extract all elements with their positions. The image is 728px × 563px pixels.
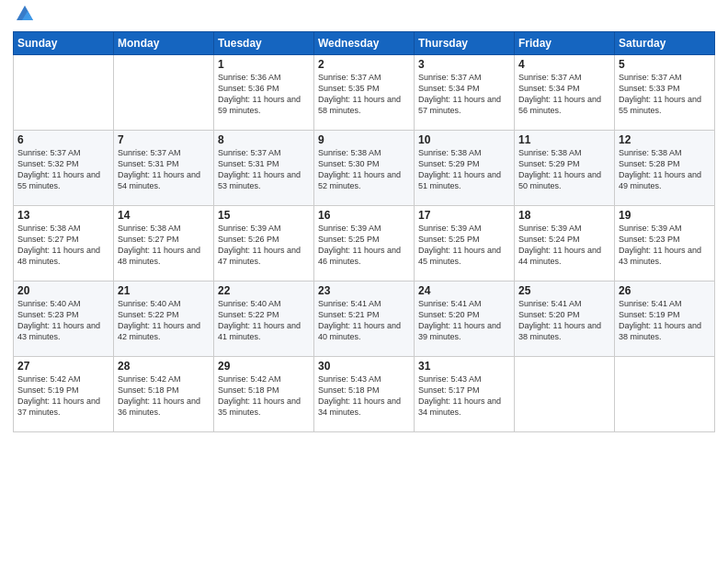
- day-number: 20: [17, 284, 109, 297]
- calendar-cell: 15Sunrise: 5:39 AM Sunset: 5:26 PM Dayli…: [214, 205, 314, 281]
- calendar-cell: 7Sunrise: 5:37 AM Sunset: 5:31 PM Daylig…: [114, 130, 214, 205]
- day-content: Sunrise: 5:36 AM Sunset: 5:36 PM Dayligh…: [218, 72, 310, 117]
- day-number: 4: [518, 58, 610, 71]
- day-content: Sunrise: 5:38 AM Sunset: 5:30 PM Dayligh…: [318, 147, 410, 192]
- day-content: Sunrise: 5:40 AM Sunset: 5:22 PM Dayligh…: [118, 298, 210, 343]
- calendar-cell: 1Sunrise: 5:36 AM Sunset: 5:36 PM Daylig…: [214, 54, 314, 130]
- day-content: Sunrise: 5:37 AM Sunset: 5:32 PM Dayligh…: [17, 147, 109, 192]
- day-number: 2: [318, 58, 410, 71]
- calendar-cell: 17Sunrise: 5:39 AM Sunset: 5:25 PM Dayli…: [415, 205, 515, 281]
- day-content: Sunrise: 5:41 AM Sunset: 5:21 PM Dayligh…: [318, 298, 410, 343]
- day-content: Sunrise: 5:38 AM Sunset: 5:27 PM Dayligh…: [118, 223, 210, 268]
- calendar-cell: 29Sunrise: 5:42 AM Sunset: 5:18 PM Dayli…: [214, 356, 314, 431]
- day-content: Sunrise: 5:38 AM Sunset: 5:27 PM Dayligh…: [17, 223, 109, 268]
- day-number: 9: [318, 133, 410, 146]
- calendar-header: SundayMondayTuesdayWednesdayThursdayFrid…: [14, 31, 715, 54]
- day-number: 19: [619, 209, 711, 222]
- day-number: 11: [518, 133, 610, 146]
- days-of-week-row: SundayMondayTuesdayWednesdayThursdayFrid…: [14, 31, 715, 54]
- day-content: Sunrise: 5:38 AM Sunset: 5:29 PM Dayligh…: [418, 147, 510, 192]
- calendar-cell: 18Sunrise: 5:39 AM Sunset: 5:24 PM Dayli…: [515, 205, 615, 281]
- day-number: 1: [218, 58, 310, 71]
- day-header-wednesday: Wednesday: [314, 31, 415, 54]
- day-content: Sunrise: 5:43 AM Sunset: 5:17 PM Dayligh…: [418, 373, 510, 419]
- week-row-1: 1Sunrise: 5:36 AM Sunset: 5:36 PM Daylig…: [14, 54, 715, 130]
- day-number: 26: [619, 284, 711, 297]
- calendar-cell: 10Sunrise: 5:38 AM Sunset: 5:29 PM Dayli…: [415, 130, 515, 205]
- day-number: 6: [17, 133, 109, 146]
- day-content: Sunrise: 5:41 AM Sunset: 5:20 PM Dayligh…: [418, 298, 510, 343]
- calendar-cell: 23Sunrise: 5:41 AM Sunset: 5:21 PM Dayli…: [314, 281, 415, 356]
- calendar-cell: 8Sunrise: 5:37 AM Sunset: 5:31 PM Daylig…: [214, 130, 314, 205]
- day-content: Sunrise: 5:42 AM Sunset: 5:18 PM Dayligh…: [218, 373, 310, 419]
- day-header-saturday: Saturday: [615, 31, 715, 54]
- day-content: Sunrise: 5:37 AM Sunset: 5:35 PM Dayligh…: [318, 72, 410, 117]
- day-content: Sunrise: 5:37 AM Sunset: 5:31 PM Dayligh…: [118, 147, 210, 192]
- day-content: Sunrise: 5:41 AM Sunset: 5:20 PM Dayligh…: [518, 298, 610, 343]
- day-content: Sunrise: 5:40 AM Sunset: 5:23 PM Dayligh…: [17, 298, 109, 343]
- day-content: Sunrise: 5:41 AM Sunset: 5:19 PM Dayligh…: [619, 298, 711, 343]
- calendar-cell: [615, 356, 715, 431]
- calendar-cell: 14Sunrise: 5:38 AM Sunset: 5:27 PM Dayli…: [114, 205, 214, 281]
- day-number: 14: [118, 209, 210, 222]
- calendar-cell: 19Sunrise: 5:39 AM Sunset: 5:23 PM Dayli…: [615, 205, 715, 281]
- week-row-5: 27Sunrise: 5:42 AM Sunset: 5:19 PM Dayli…: [14, 356, 715, 431]
- day-number: 25: [518, 284, 610, 297]
- calendar-cell: [114, 54, 214, 130]
- logo-icon: [15, 4, 35, 24]
- calendar-cell: 3Sunrise: 5:37 AM Sunset: 5:34 PM Daylig…: [415, 54, 515, 130]
- day-header-friday: Friday: [515, 31, 615, 54]
- day-number: 7: [118, 133, 210, 146]
- day-header-monday: Monday: [114, 31, 214, 54]
- day-number: 27: [17, 360, 109, 373]
- day-content: Sunrise: 5:42 AM Sunset: 5:19 PM Dayligh…: [17, 373, 109, 419]
- day-number: 8: [218, 133, 310, 146]
- calendar-cell: 30Sunrise: 5:43 AM Sunset: 5:18 PM Dayli…: [314, 356, 415, 431]
- day-content: Sunrise: 5:40 AM Sunset: 5:22 PM Dayligh…: [218, 298, 310, 343]
- day-number: 5: [619, 58, 711, 71]
- day-content: Sunrise: 5:37 AM Sunset: 5:31 PM Dayligh…: [218, 147, 310, 192]
- day-content: Sunrise: 5:37 AM Sunset: 5:33 PM Dayligh…: [619, 72, 711, 117]
- calendar-body: 1Sunrise: 5:36 AM Sunset: 5:36 PM Daylig…: [14, 54, 715, 431]
- header: [13, 9, 715, 28]
- calendar-cell: 31Sunrise: 5:43 AM Sunset: 5:17 PM Dayli…: [415, 356, 515, 431]
- day-content: Sunrise: 5:43 AM Sunset: 5:18 PM Dayligh…: [318, 373, 410, 419]
- calendar-cell: [14, 54, 114, 130]
- day-content: Sunrise: 5:38 AM Sunset: 5:28 PM Dayligh…: [619, 147, 711, 192]
- day-header-tuesday: Tuesday: [214, 31, 314, 54]
- day-header-thursday: Thursday: [415, 31, 515, 54]
- calendar-cell: 13Sunrise: 5:38 AM Sunset: 5:27 PM Dayli…: [14, 205, 114, 281]
- week-row-3: 13Sunrise: 5:38 AM Sunset: 5:27 PM Dayli…: [14, 205, 715, 281]
- day-content: Sunrise: 5:39 AM Sunset: 5:25 PM Dayligh…: [418, 223, 510, 268]
- day-content: Sunrise: 5:39 AM Sunset: 5:25 PM Dayligh…: [318, 223, 410, 268]
- day-number: 28: [118, 360, 210, 373]
- calendar-cell: 9Sunrise: 5:38 AM Sunset: 5:30 PM Daylig…: [314, 130, 415, 205]
- calendar-cell: 26Sunrise: 5:41 AM Sunset: 5:19 PM Dayli…: [615, 281, 715, 356]
- day-number: 15: [218, 209, 310, 222]
- calendar-cell: 6Sunrise: 5:37 AM Sunset: 5:32 PM Daylig…: [14, 130, 114, 205]
- day-number: 22: [218, 284, 310, 297]
- day-content: Sunrise: 5:39 AM Sunset: 5:23 PM Dayligh…: [619, 223, 711, 268]
- week-row-2: 6Sunrise: 5:37 AM Sunset: 5:32 PM Daylig…: [14, 130, 715, 205]
- calendar-cell: 27Sunrise: 5:42 AM Sunset: 5:19 PM Dayli…: [14, 356, 114, 431]
- day-header-sunday: Sunday: [14, 31, 114, 54]
- day-content: Sunrise: 5:37 AM Sunset: 5:34 PM Dayligh…: [418, 72, 510, 117]
- calendar-cell: 5Sunrise: 5:37 AM Sunset: 5:33 PM Daylig…: [615, 54, 715, 130]
- day-number: 18: [518, 209, 610, 222]
- calendar-cell: 4Sunrise: 5:37 AM Sunset: 5:34 PM Daylig…: [515, 54, 615, 130]
- day-content: Sunrise: 5:42 AM Sunset: 5:18 PM Dayligh…: [118, 373, 210, 419]
- day-number: 3: [418, 58, 510, 71]
- day-number: 12: [619, 133, 711, 146]
- day-number: 10: [418, 133, 510, 146]
- day-number: 30: [318, 360, 410, 373]
- calendar-cell: 2Sunrise: 5:37 AM Sunset: 5:35 PM Daylig…: [314, 54, 415, 130]
- calendar-cell: 28Sunrise: 5:42 AM Sunset: 5:18 PM Dayli…: [114, 356, 214, 431]
- day-number: 31: [418, 360, 510, 373]
- day-content: Sunrise: 5:37 AM Sunset: 5:34 PM Dayligh…: [518, 72, 610, 117]
- calendar: SundayMondayTuesdayWednesdayThursdayFrid…: [13, 31, 715, 432]
- week-row-4: 20Sunrise: 5:40 AM Sunset: 5:23 PM Dayli…: [14, 281, 715, 356]
- calendar-cell: 25Sunrise: 5:41 AM Sunset: 5:20 PM Dayli…: [515, 281, 615, 356]
- calendar-cell: 16Sunrise: 5:39 AM Sunset: 5:25 PM Dayli…: [314, 205, 415, 281]
- calendar-cell: [515, 356, 615, 431]
- calendar-cell: 11Sunrise: 5:38 AM Sunset: 5:29 PM Dayli…: [515, 130, 615, 205]
